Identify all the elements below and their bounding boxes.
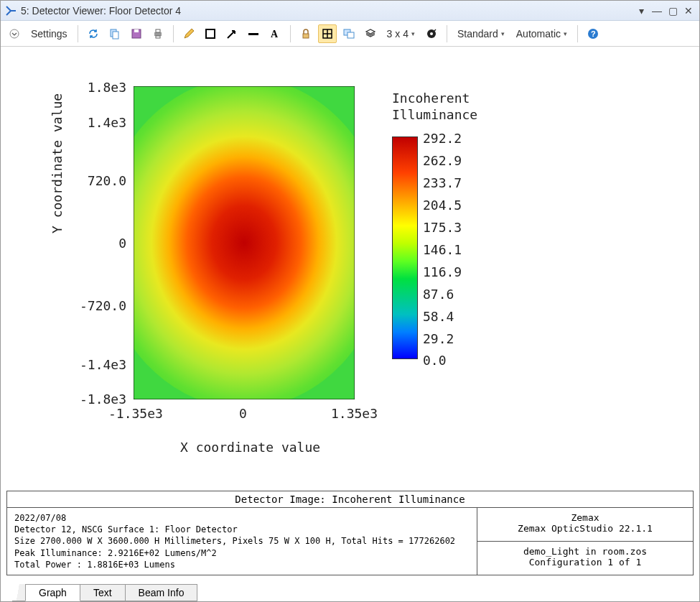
svg-rect-8: [206, 29, 215, 38]
tab-graph[interactable]: Graph: [25, 584, 80, 601]
print-button[interactable]: [149, 24, 167, 43]
save-button[interactable]: [127, 24, 146, 43]
app-icon: [5, 5, 17, 17]
y-tick: 0: [69, 236, 126, 251]
heatmap-svg: [134, 86, 355, 399]
colorbar-tick: 204.5: [423, 198, 462, 213]
settings-expand-icon[interactable]: [5, 24, 24, 43]
vendor-name: Zemax: [571, 512, 599, 523]
colorbar-tick: 175.3: [423, 220, 462, 235]
svg-point-16: [430, 32, 433, 35]
automatic-dropdown[interactable]: Automatic ▾: [512, 28, 571, 40]
minimize-button[interactable]: —: [650, 5, 663, 17]
layers-button[interactable]: [361, 24, 380, 43]
chevron-down-icon: ▾: [501, 30, 505, 37]
y-tick: 720.0: [69, 173, 126, 188]
product-name: Zemax OpticStudio 22.1.1: [518, 523, 653, 534]
colorbar-tick: 292.2: [423, 131, 462, 146]
colorbar-tick: 116.9: [423, 264, 462, 279]
automatic-label: Automatic: [516, 28, 561, 40]
colorbar-tick: 29.2: [423, 331, 454, 346]
grid-display-button[interactable]: [318, 24, 337, 43]
line-tool-button[interactable]: [244, 24, 263, 43]
separator: [447, 25, 447, 42]
colorbar-title-2: Illuminance: [392, 107, 477, 122]
info-line: Peak Illuminance: 2.9216E+02 Lumens/M^2: [14, 548, 217, 558]
info-meta: Zemax Zemax OpticStudio 22.1.1 demo_Ligh…: [477, 508, 693, 575]
svg-point-20: [134, 86, 355, 399]
colorbar-tick: 146.1: [423, 242, 462, 257]
y-tick: -1.8e3: [69, 392, 126, 407]
standard-label: Standard: [457, 28, 498, 40]
info-details: 2022/07/08 Detector 12, NSCG Surface 1: …: [7, 508, 477, 575]
window-layout-button[interactable]: [340, 24, 358, 43]
close-button[interactable]: ✕: [682, 5, 695, 17]
chevron-down-icon: ▾: [564, 30, 567, 37]
tab-beam-info[interactable]: Beam Info: [126, 584, 198, 601]
y-tick: 1.4e3: [69, 115, 126, 130]
pencil-tool-button[interactable]: [179, 24, 198, 43]
colorbar-tick: 233.7: [423, 175, 462, 190]
arrow-tool-button[interactable]: [223, 24, 241, 43]
colorbar-title-1: Incoherent: [392, 91, 470, 106]
info-file: demo_Light in room.zos Configuration 1 o…: [477, 542, 693, 575]
info-body: 2022/07/08 Detector 12, NSCG Surface 1: …: [7, 508, 693, 575]
y-tick: 1.8e3: [69, 80, 126, 95]
x-axis-label: X coordinate value: [180, 440, 320, 455]
config-name: Configuration 1 of 1: [529, 557, 642, 568]
x-tick: -1.35e3: [108, 406, 163, 421]
copy-button[interactable]: [106, 24, 124, 43]
colorbar-tick: 0.0: [423, 353, 447, 368]
bottom-tabs: Graph Text Beam Info: [1, 580, 197, 601]
grid-size-label: 3 x 4: [387, 28, 409, 40]
settings-button[interactable]: Settings: [27, 28, 72, 40]
info-line: Total Power : 1.8816E+03 Lumens: [14, 560, 175, 570]
colorbar: [392, 136, 418, 359]
svg-rect-9: [248, 33, 258, 35]
svg-rect-5: [154, 32, 162, 36]
svg-text:?: ?: [591, 29, 596, 38]
window-controls: ▾ — ▢ ✕: [635, 5, 695, 17]
plot-area: Y coordinate value X coordinate value 1.…: [1, 47, 699, 466]
help-button[interactable]: ?: [584, 24, 602, 43]
colorbar-tick: 87.6: [423, 287, 454, 302]
separator: [78, 25, 78, 42]
svg-text:A: A: [271, 29, 279, 40]
tab-slope: [12, 584, 25, 601]
lock-button[interactable]: [297, 24, 315, 43]
text-tool-button[interactable]: A: [266, 24, 284, 43]
svg-rect-6: [156, 29, 160, 32]
colorbar-title: Incoherent Illuminance: [392, 90, 477, 124]
file-name: demo_Light in room.zos: [523, 546, 647, 557]
svg-rect-4: [134, 29, 139, 32]
y-tick: -720.0: [69, 298, 126, 313]
info-header: Detector Image: Incoherent Illuminance: [7, 491, 693, 508]
rectangle-tool-button[interactable]: [201, 24, 220, 43]
svg-rect-7: [156, 36, 160, 38]
maximize-button[interactable]: ▢: [666, 5, 679, 17]
chevron-down-icon: ▾: [411, 30, 415, 37]
y-axis-label: Y coordinate value: [50, 93, 65, 233]
svg-point-0: [10, 29, 19, 38]
info-panel: Detector Image: Incoherent Illuminance 2…: [6, 491, 694, 575]
grid-size-dropdown[interactable]: 3 x 4 ▾: [383, 28, 419, 40]
heatmap[interactable]: [134, 86, 355, 399]
info-date: 2022/07/08: [14, 513, 66, 523]
svg-rect-2: [113, 32, 118, 39]
standard-dropdown[interactable]: Standard ▾: [453, 28, 509, 40]
toolbar: Settings A 3 x 4 ▾ Standard ▾ Automatic …: [1, 21, 699, 47]
info-line: Detector 12, NSCG Surface 1: Floor Detec…: [14, 524, 238, 534]
y-tick: -1.4e3: [69, 357, 126, 372]
titlebar: 5: Detector Viewer: Floor Detector 4 ▾ —…: [1, 1, 699, 21]
x-tick: 0: [239, 406, 247, 421]
info-line: Size 2700.000 W X 3600.000 H Millimeters…: [14, 536, 455, 546]
svg-rect-14: [347, 32, 354, 38]
tab-text[interactable]: Text: [80, 584, 126, 601]
colorbar-tick: 262.9: [423, 153, 462, 168]
dropdown-icon[interactable]: ▾: [635, 5, 648, 17]
separator: [577, 25, 578, 42]
target-button[interactable]: [422, 24, 441, 43]
refresh-button[interactable]: [84, 24, 103, 43]
window-title: 5: Detector Viewer: Floor Detector 4: [21, 5, 635, 17]
separator: [290, 25, 291, 42]
